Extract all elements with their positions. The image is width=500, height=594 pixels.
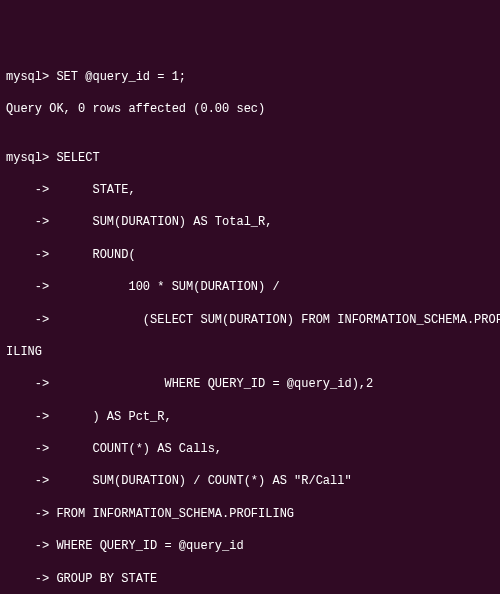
cont-line[interactable]: -> COUNT(*) AS Calls, <box>6 441 494 457</box>
prompt-line[interactable]: mysql> SET @query_id = 1; <box>6 69 494 85</box>
cont-line[interactable]: -> WHERE QUERY_ID = @query_id <box>6 538 494 554</box>
prompt-line[interactable]: mysql> SELECT <box>6 150 494 166</box>
cont-line[interactable]: -> 100 * SUM(DURATION) / <box>6 279 494 295</box>
cont-line[interactable]: -> ROUND( <box>6 247 494 263</box>
cont-line[interactable]: -> SUM(DURATION) AS Total_R, <box>6 214 494 230</box>
cont-line[interactable]: -> (SELECT SUM(DURATION) FROM INFORMATIO… <box>6 312 494 328</box>
result-line: Query OK, 0 rows affected (0.00 sec) <box>6 101 494 117</box>
cont-line[interactable]: -> FROM INFORMATION_SCHEMA.PROFILING <box>6 506 494 522</box>
cont-line[interactable]: -> STATE, <box>6 182 494 198</box>
wrap-line: ILING <box>6 344 494 360</box>
cont-line[interactable]: -> WHERE QUERY_ID = @query_id),2 <box>6 376 494 392</box>
cont-line[interactable]: -> SUM(DURATION) / COUNT(*) AS "R/Call" <box>6 473 494 489</box>
cont-line[interactable]: -> GROUP BY STATE <box>6 571 494 587</box>
cont-line[interactable]: -> ) AS Pct_R, <box>6 409 494 425</box>
